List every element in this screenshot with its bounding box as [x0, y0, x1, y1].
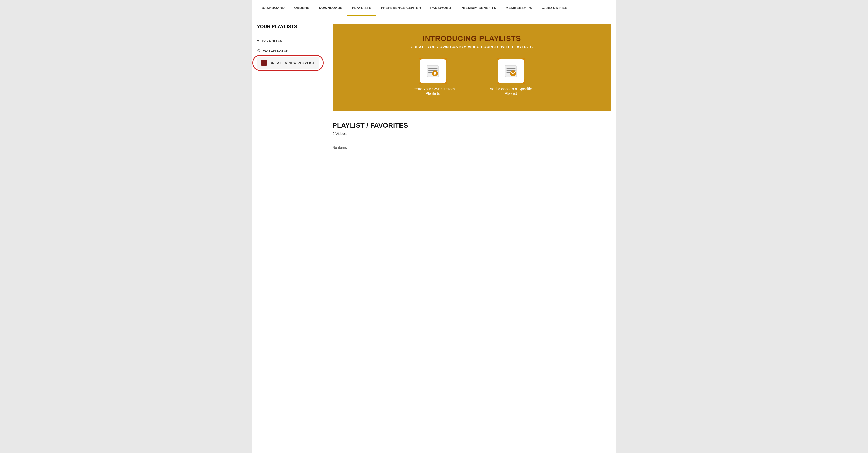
nav-item-downloads[interactable]: DOWNLOADS — [314, 0, 347, 16]
bracket-tl-2 — [497, 58, 501, 63]
bracket-bl — [418, 80, 423, 84]
svg-rect-6 — [434, 73, 436, 74]
main-content: INTRODUCING PLAYLISTS CREATE YOUR OWN CU… — [333, 24, 611, 150]
bracket-tr-2 — [521, 58, 525, 63]
nav-item-playlists[interactable]: PLAYLISTS — [347, 0, 376, 16]
heart-icon: ♥ — [257, 38, 260, 43]
create-playlist-icon-box — [420, 59, 446, 83]
bracket-br-2 — [521, 80, 525, 84]
sidebar-item-watch-later-label: WATCH LATER — [263, 49, 288, 53]
sidebar-item-watch-later[interactable]: ⊙ WATCH LATER — [257, 46, 325, 56]
add-video-doc-icon — [503, 63, 519, 79]
nav-item-preference-center[interactable]: PREFERENCE CENTER — [376, 0, 426, 16]
playlist-divider — [333, 141, 611, 141]
promo-icon-create: Create Your Own Custom Playlists — [409, 59, 456, 95]
promo-icon-create-label: Create Your Own Custom Playlists — [409, 87, 456, 95]
nav-item-password[interactable]: PASSWORD — [426, 0, 456, 16]
nav-item-orders[interactable]: ORDERS — [289, 0, 314, 16]
svg-rect-1 — [428, 67, 437, 68]
svg-rect-8 — [506, 67, 516, 68]
top-navigation: DASHBOARD ORDERS DOWNLOADS PLAYLISTS PRE… — [252, 0, 616, 16]
add-video-icon-box — [498, 59, 524, 83]
nav-item-dashboard[interactable]: DASHBOARD — [257, 0, 289, 16]
promo-icon-add: Add Videos to a Specific Playlist — [488, 59, 534, 95]
create-playlist-label: CREATE A NEW PLAYLIST — [270, 61, 315, 65]
create-playlist-button[interactable]: + CREATE A NEW PLAYLIST — [257, 57, 319, 69]
svg-point-11 — [510, 70, 516, 76]
nav-item-card-on-file[interactable]: CARD ON FILE — [537, 0, 572, 16]
playlist-section-title: PLAYLIST / FAVORITES — [333, 121, 611, 130]
create-playlist-doc-icon — [425, 63, 441, 79]
promo-icon-add-label: Add Videos to a Specific Playlist — [488, 87, 534, 95]
bracket-br — [442, 80, 447, 84]
promo-icons: Create Your Own Custom Playlists — [340, 59, 603, 95]
sidebar-title: YOUR PLAYLISTS — [257, 24, 325, 29]
playlist-empty-message: No items — [333, 145, 611, 150]
svg-rect-9 — [506, 69, 516, 70]
playlist-section: PLAYLIST / FAVORITES 0 Videos No items — [333, 119, 611, 150]
sidebar: YOUR PLAYLISTS ♥ FAVORITES ⊙ WATCH LATER… — [257, 24, 325, 150]
sidebar-item-favorites-label: FAVORITES — [262, 39, 282, 43]
svg-rect-2 — [428, 69, 437, 70]
plus-icon: + — [261, 60, 267, 66]
clock-icon: ⊙ — [257, 48, 261, 53]
nav-item-premium-benefits[interactable]: PREMIUM BENEFITS — [456, 0, 501, 16]
bracket-tl — [418, 58, 423, 63]
nav-item-memberships[interactable]: MEMBERSHIPS — [501, 0, 537, 16]
playlist-video-count: 0 Videos — [333, 132, 611, 136]
sidebar-item-favorites[interactable]: ♥ FAVORITES — [257, 36, 325, 46]
create-playlist-wrapper: + CREATE A NEW PLAYLIST — [257, 57, 319, 69]
bracket-bl-2 — [497, 80, 501, 84]
content-area: YOUR PLAYLISTS ♥ FAVORITES ⊙ WATCH LATER… — [252, 16, 616, 158]
bracket-tr — [442, 58, 447, 63]
promo-banner: INTRODUCING PLAYLISTS CREATE YOUR OWN CU… — [333, 24, 611, 111]
promo-title: INTRODUCING PLAYLISTS — [340, 34, 603, 43]
promo-subtitle: CREATE YOUR OWN CUSTOM VIDEO COURSES WIT… — [340, 45, 603, 49]
